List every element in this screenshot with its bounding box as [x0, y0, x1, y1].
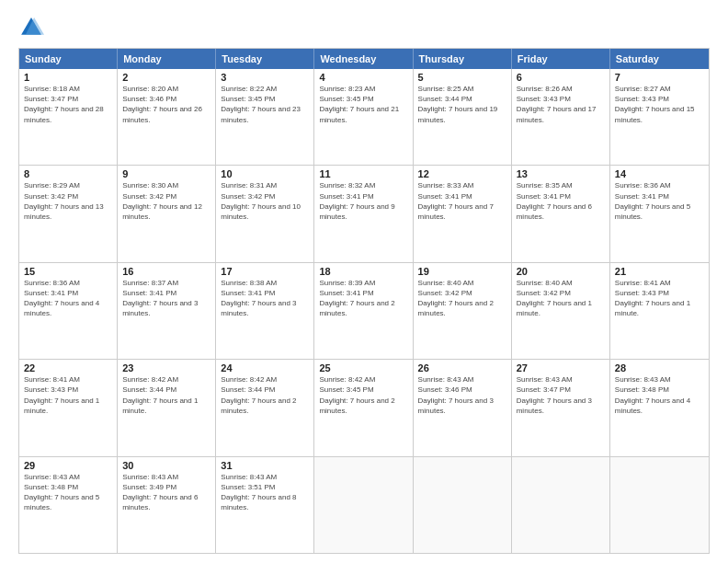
cell-info: Sunrise: 8:20 AMSunset: 3:46 PMDaylight:… — [122, 85, 202, 124]
calendar-cell: 25Sunrise: 8:42 AMSunset: 3:45 PMDayligh… — [314, 360, 413, 455]
weekday-header: Thursday — [414, 49, 512, 69]
header — [18, 15, 710, 40]
calendar-cell: 17Sunrise: 8:38 AMSunset: 3:41 PMDayligh… — [216, 263, 314, 359]
calendar-cell: 1Sunrise: 8:18 AMSunset: 3:47 PMDaylight… — [19, 69, 118, 165]
day-number: 12 — [418, 168, 506, 179]
calendar-cell: 31Sunrise: 8:43 AMSunset: 3:51 PMDayligh… — [216, 457, 314, 553]
cell-info: Sunrise: 8:40 AMSunset: 3:42 PMDaylight:… — [517, 279, 592, 318]
cell-info: Sunrise: 8:38 AMSunset: 3:41 PMDaylight:… — [221, 279, 296, 318]
day-number: 29 — [24, 460, 112, 471]
day-number: 4 — [319, 72, 407, 83]
calendar-header: SundayMondayTuesdayWednesdayThursdayFrid… — [19, 49, 709, 69]
cell-info: Sunrise: 8:32 AMSunset: 3:41 PMDaylight:… — [319, 181, 394, 221]
calendar-cell: 9Sunrise: 8:30 AMSunset: 3:42 PMDaylight… — [118, 166, 216, 261]
cell-info: Sunrise: 8:36 AMSunset: 3:41 PMDaylight:… — [24, 279, 99, 318]
cell-info: Sunrise: 8:42 AMSunset: 3:44 PMDaylight:… — [122, 375, 198, 415]
day-number: 23 — [122, 362, 210, 373]
calendar-cell: 6Sunrise: 8:26 AMSunset: 3:43 PMDaylight… — [512, 69, 610, 165]
calendar-cell: 13Sunrise: 8:35 AMSunset: 3:41 PMDayligh… — [512, 166, 610, 261]
calendar-cell: 8Sunrise: 8:29 AMSunset: 3:42 PMDaylight… — [19, 166, 118, 261]
weekday-header: Tuesday — [216, 49, 314, 69]
day-number: 14 — [615, 168, 704, 179]
calendar-cell: 7Sunrise: 8:27 AMSunset: 3:43 PMDaylight… — [610, 69, 709, 165]
cell-info: Sunrise: 8:42 AMSunset: 3:44 PMDaylight:… — [221, 375, 296, 415]
logo — [18, 15, 48, 40]
day-number: 24 — [221, 362, 309, 373]
cell-info: Sunrise: 8:43 AMSunset: 3:51 PMDaylight:… — [221, 473, 296, 512]
weekday-header: Sunday — [19, 49, 118, 69]
calendar-row: 8Sunrise: 8:29 AMSunset: 3:42 PMDaylight… — [19, 166, 709, 262]
day-number: 20 — [517, 266, 605, 277]
day-number: 6 — [517, 72, 605, 83]
cell-info: Sunrise: 8:35 AMSunset: 3:41 PMDaylight:… — [517, 181, 592, 221]
day-number: 17 — [221, 266, 309, 277]
calendar-body: 1Sunrise: 8:18 AMSunset: 3:47 PMDaylight… — [19, 69, 709, 553]
cell-info: Sunrise: 8:27 AMSunset: 3:43 PMDaylight:… — [615, 85, 695, 124]
page: SundayMondayTuesdayWednesdayThursdayFrid… — [0, 0, 728, 563]
calendar-cell: 23Sunrise: 8:42 AMSunset: 3:44 PMDayligh… — [118, 360, 216, 455]
calendar-cell: 12Sunrise: 8:33 AMSunset: 3:41 PMDayligh… — [414, 166, 512, 261]
cell-info: Sunrise: 8:40 AMSunset: 3:42 PMDaylight:… — [418, 279, 494, 318]
day-number: 19 — [418, 266, 506, 277]
day-number: 11 — [319, 168, 407, 179]
day-number: 8 — [24, 168, 112, 179]
cell-info: Sunrise: 8:42 AMSunset: 3:45 PMDaylight:… — [319, 375, 394, 415]
day-number: 10 — [221, 168, 309, 179]
cell-info: Sunrise: 8:43 AMSunset: 3:48 PMDaylight:… — [615, 375, 690, 415]
cell-info: Sunrise: 8:43 AMSunset: 3:48 PMDaylight:… — [24, 473, 99, 512]
calendar-cell: 3Sunrise: 8:22 AMSunset: 3:45 PMDaylight… — [216, 69, 314, 165]
logo-icon — [18, 15, 44, 40]
cell-info: Sunrise: 8:41 AMSunset: 3:43 PMDaylight:… — [24, 375, 99, 415]
calendar-cell: 24Sunrise: 8:42 AMSunset: 3:44 PMDayligh… — [216, 360, 314, 455]
calendar-cell: 10Sunrise: 8:31 AMSunset: 3:42 PMDayligh… — [216, 166, 314, 261]
calendar-cell: 11Sunrise: 8:32 AMSunset: 3:41 PMDayligh… — [314, 166, 413, 261]
day-number: 25 — [319, 362, 407, 373]
cell-info: Sunrise: 8:22 AMSunset: 3:45 PMDaylight:… — [221, 85, 301, 124]
weekday-header: Saturday — [610, 49, 709, 69]
calendar-cell: 2Sunrise: 8:20 AMSunset: 3:46 PMDaylight… — [118, 69, 216, 165]
day-number: 31 — [221, 460, 309, 471]
day-number: 9 — [122, 168, 210, 179]
calendar-cell — [414, 457, 512, 553]
day-number: 7 — [615, 72, 704, 83]
weekday-header: Wednesday — [314, 49, 413, 69]
calendar-cell: 27Sunrise: 8:43 AMSunset: 3:47 PMDayligh… — [512, 360, 610, 455]
weekday-header: Monday — [118, 49, 216, 69]
calendar-row: 15Sunrise: 8:36 AMSunset: 3:41 PMDayligh… — [19, 263, 709, 360]
calendar-cell: 19Sunrise: 8:40 AMSunset: 3:42 PMDayligh… — [414, 263, 512, 359]
cell-info: Sunrise: 8:18 AMSunset: 3:47 PMDaylight:… — [24, 85, 104, 124]
calendar-cell: 26Sunrise: 8:43 AMSunset: 3:46 PMDayligh… — [414, 360, 512, 455]
cell-info: Sunrise: 8:43 AMSunset: 3:46 PMDaylight:… — [418, 375, 494, 415]
day-number: 3 — [221, 72, 309, 83]
calendar-cell: 28Sunrise: 8:43 AMSunset: 3:48 PMDayligh… — [610, 360, 709, 455]
weekday-header: Friday — [512, 49, 610, 69]
calendar-row: 1Sunrise: 8:18 AMSunset: 3:47 PMDaylight… — [19, 69, 709, 166]
calendar-cell: 20Sunrise: 8:40 AMSunset: 3:42 PMDayligh… — [512, 263, 610, 359]
cell-info: Sunrise: 8:25 AMSunset: 3:44 PMDaylight:… — [418, 85, 498, 124]
day-number: 18 — [319, 266, 407, 277]
day-number: 5 — [418, 72, 506, 83]
cell-info: Sunrise: 8:29 AMSunset: 3:42 PMDaylight:… — [24, 181, 104, 221]
calendar: SundayMondayTuesdayWednesdayThursdayFrid… — [18, 48, 710, 554]
day-number: 22 — [24, 362, 112, 373]
calendar-row: 29Sunrise: 8:43 AMSunset: 3:48 PMDayligh… — [19, 457, 709, 553]
cell-info: Sunrise: 8:37 AMSunset: 3:41 PMDaylight:… — [122, 279, 198, 318]
day-number: 1 — [24, 72, 112, 83]
day-number: 15 — [24, 266, 112, 277]
calendar-cell: 16Sunrise: 8:37 AMSunset: 3:41 PMDayligh… — [118, 263, 216, 359]
cell-info: Sunrise: 8:31 AMSunset: 3:42 PMDaylight:… — [221, 181, 301, 221]
calendar-cell: 21Sunrise: 8:41 AMSunset: 3:43 PMDayligh… — [610, 263, 709, 359]
day-number: 16 — [122, 266, 210, 277]
cell-info: Sunrise: 8:30 AMSunset: 3:42 PMDaylight:… — [122, 181, 202, 221]
day-number: 26 — [418, 362, 506, 373]
calendar-row: 22Sunrise: 8:41 AMSunset: 3:43 PMDayligh… — [19, 360, 709, 456]
calendar-cell: 22Sunrise: 8:41 AMSunset: 3:43 PMDayligh… — [19, 360, 118, 455]
calendar-cell: 4Sunrise: 8:23 AMSunset: 3:45 PMDaylight… — [314, 69, 413, 165]
calendar-cell — [314, 457, 413, 553]
day-number: 13 — [517, 168, 605, 179]
cell-info: Sunrise: 8:39 AMSunset: 3:41 PMDaylight:… — [319, 279, 394, 318]
day-number: 2 — [122, 72, 210, 83]
calendar-cell — [512, 457, 610, 553]
calendar-cell: 14Sunrise: 8:36 AMSunset: 3:41 PMDayligh… — [610, 166, 709, 261]
cell-info: Sunrise: 8:36 AMSunset: 3:41 PMDaylight:… — [615, 181, 690, 221]
